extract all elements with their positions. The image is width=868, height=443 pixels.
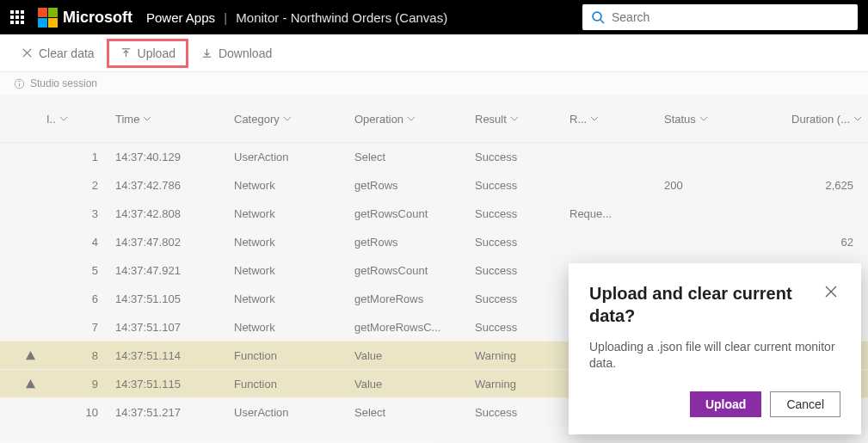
cell-result: Success bbox=[475, 207, 569, 220]
cell-time: 14:37:47.921 bbox=[115, 264, 234, 277]
cell-category: UserAction bbox=[234, 151, 354, 163]
cell-operation: getRowsCount bbox=[354, 264, 475, 277]
cell-id: 8 bbox=[46, 349, 115, 362]
col-result[interactable]: Result bbox=[475, 113, 569, 126]
table-row[interactable]: 214:37:42.786NetworkgetRowsSuccess2002,6… bbox=[0, 171, 868, 200]
cell-operation: getRows bbox=[354, 179, 475, 192]
cell-time: 14:37:51.217 bbox=[115, 406, 234, 419]
svg-point-0 bbox=[593, 12, 601, 21]
app-launcher-icon[interactable] bbox=[10, 10, 24, 24]
cell-category: UserAction bbox=[234, 406, 354, 419]
cell-result: Success bbox=[475, 236, 569, 249]
cell-category: Network bbox=[234, 207, 354, 220]
cell-id: 1 bbox=[46, 151, 115, 163]
table-row[interactable]: 414:37:47.802NetworkgetRowsSuccess62 bbox=[0, 228, 868, 256]
cell-id: 2 bbox=[46, 179, 115, 192]
cell-operation: getRowsCount bbox=[354, 207, 475, 220]
col-r[interactable]: R... bbox=[569, 113, 664, 126]
table-row[interactable]: 314:37:42.808NetworkgetRowsCountSuccessR… bbox=[0, 200, 868, 228]
session-label: Studio session bbox=[30, 77, 97, 89]
col-status[interactable]: Status bbox=[664, 113, 750, 126]
chevron-down-icon bbox=[510, 114, 519, 123]
cell-id: 9 bbox=[46, 378, 115, 391]
chevron-down-icon bbox=[407, 114, 416, 123]
cell-result: Success bbox=[475, 321, 569, 334]
cell-duration: 2,625 bbox=[750, 179, 862, 192]
brand-text: Microsoft bbox=[63, 9, 132, 27]
microsoft-logo: Microsoft bbox=[38, 8, 132, 28]
dialog-title: Upload and clear current data? bbox=[589, 282, 822, 327]
cell-result: Success bbox=[475, 151, 569, 163]
col-id[interactable]: I.. bbox=[46, 113, 115, 126]
svg-marker-11 bbox=[25, 350, 34, 359]
info-icon bbox=[14, 78, 25, 89]
cell-operation: getMoreRows bbox=[354, 292, 475, 305]
cell-id: 3 bbox=[46, 207, 115, 220]
search-input[interactable] bbox=[612, 10, 849, 24]
svg-line-1 bbox=[600, 20, 604, 23]
search-box[interactable] bbox=[582, 4, 858, 30]
cell-category: Network bbox=[234, 321, 354, 334]
dialog-cancel-button[interactable]: Cancel bbox=[770, 391, 840, 417]
download-label: Download bbox=[219, 46, 272, 60]
download-button[interactable]: Download bbox=[194, 43, 279, 64]
cell-category: Network bbox=[234, 236, 354, 249]
cell-id: 5 bbox=[46, 264, 115, 277]
warning-icon bbox=[25, 378, 36, 390]
cell-operation: Select bbox=[354, 151, 475, 163]
cell-id: 10 bbox=[46, 406, 115, 419]
cell-id: 4 bbox=[46, 236, 115, 249]
cell-result: Success bbox=[475, 264, 569, 277]
breadcrumb-app[interactable]: Power Apps bbox=[146, 10, 215, 25]
clear-data-label: Clear data bbox=[39, 46, 95, 60]
dialog-close-button[interactable] bbox=[822, 282, 840, 304]
cell-time: 14:37:51.107 bbox=[115, 321, 234, 334]
clear-data-button[interactable]: Clear data bbox=[14, 43, 102, 64]
cell-time: 14:37:40.129 bbox=[115, 151, 234, 163]
cell-time: 14:37:51.114 bbox=[115, 349, 234, 362]
cell-category: Network bbox=[234, 292, 354, 305]
toolbar: Clear data Upload Download bbox=[0, 34, 868, 72]
upload-icon bbox=[120, 46, 132, 59]
cell-result: Success bbox=[475, 292, 569, 305]
chevron-down-icon bbox=[853, 114, 862, 123]
cell-result: Warning bbox=[475, 349, 569, 362]
cell-category: Function bbox=[234, 378, 354, 391]
svg-marker-12 bbox=[25, 378, 34, 387]
upload-label: Upload bbox=[138, 46, 175, 60]
cell-time: 14:37:42.786 bbox=[115, 179, 234, 192]
col-time[interactable]: Time bbox=[115, 113, 234, 126]
cell-category: Function bbox=[234, 349, 354, 362]
dialog-body: Uploading a .json file will clear curren… bbox=[589, 339, 840, 372]
cell-id: 7 bbox=[46, 321, 115, 334]
cell-result: Warning bbox=[475, 378, 569, 391]
cell-operation: getMoreRowsC... bbox=[354, 321, 475, 334]
table-header: I.. Time Category Operation Result R... … bbox=[0, 95, 868, 143]
chevron-down-icon bbox=[283, 114, 292, 123]
col-operation[interactable]: Operation bbox=[354, 113, 475, 126]
dialog-upload-button[interactable]: Upload bbox=[690, 391, 761, 417]
table-row[interactable]: 114:37:40.129UserActionSelectSuccess bbox=[0, 143, 868, 171]
chevron-down-icon bbox=[699, 114, 708, 123]
upload-highlight: Upload bbox=[107, 39, 188, 68]
upload-button[interactable]: Upload bbox=[113, 43, 182, 64]
cell-status: 200 bbox=[664, 179, 750, 192]
cell-result: Success bbox=[475, 406, 569, 419]
cell-operation: Select bbox=[354, 406, 475, 419]
cell-id: 6 bbox=[46, 292, 115, 305]
close-icon bbox=[21, 46, 34, 59]
col-duration[interactable]: Duration (... bbox=[750, 113, 862, 126]
breadcrumb-page: Monitor - Northwind Orders (Canvas) bbox=[236, 10, 447, 25]
search-icon bbox=[591, 10, 605, 24]
cell-r: Reque... bbox=[569, 207, 664, 220]
col-category[interactable]: Category bbox=[234, 113, 354, 126]
cell-time: 14:37:42.808 bbox=[115, 207, 234, 220]
chevron-down-icon bbox=[590, 114, 599, 123]
cell-time: 14:37:51.115 bbox=[115, 378, 234, 391]
top-bar: Microsoft Power Apps | Monitor - Northwi… bbox=[0, 0, 868, 34]
download-icon bbox=[200, 46, 213, 59]
upload-dialog: Upload and clear current data? Uploading… bbox=[569, 263, 861, 434]
breadcrumb: Power Apps | Monitor - Northwind Orders … bbox=[146, 10, 447, 25]
warning-icon bbox=[25, 350, 36, 361]
svg-point-10 bbox=[19, 81, 20, 82]
